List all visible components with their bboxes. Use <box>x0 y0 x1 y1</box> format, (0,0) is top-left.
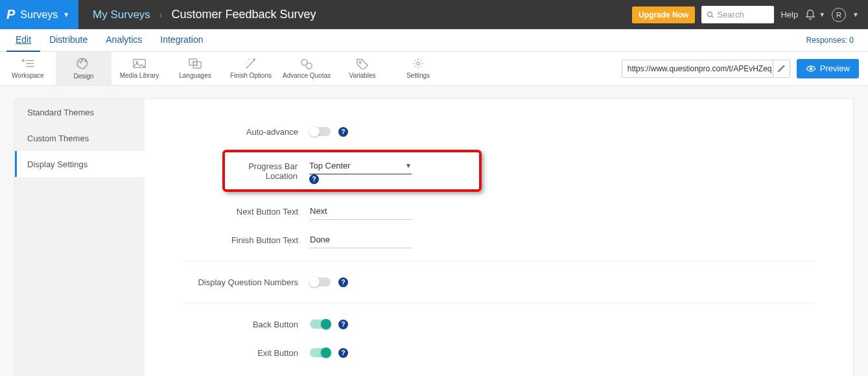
row-back-button: Back Button ? <box>183 310 814 338</box>
switch-back-button[interactable] <box>310 320 331 329</box>
preview-label: Preview <box>820 64 850 73</box>
svg-point-17 <box>359 62 361 64</box>
search-placeholder: Search <box>717 10 744 19</box>
avatar[interactable]: R <box>832 8 846 22</box>
sidebar-item-custom-themes[interactable]: Custom Themes <box>15 125 145 151</box>
help-link[interactable]: Help <box>780 10 798 19</box>
survey-url[interactable]: https://www.questionpro.com/t/APEvHZeq <box>622 64 773 73</box>
svg-line-1 <box>712 16 714 18</box>
tool-advance-quotas[interactable]: Advance Quotas <box>279 52 334 85</box>
breadcrumb: My Surveys › Customer Feedback Survey <box>78 8 316 21</box>
help-icon[interactable]: ? <box>338 348 348 358</box>
row-exit-url: URL <box>183 367 814 376</box>
logo-icon: P <box>6 7 15 22</box>
search-input[interactable]: Search <box>701 6 774 23</box>
chevron-down-icon: ▼ <box>405 162 412 169</box>
tab-distribute[interactable]: Distribute <box>40 29 97 52</box>
input-next-button-text[interactable] <box>310 203 412 220</box>
label-next-button-text: Next Button Text <box>183 207 310 217</box>
search-icon <box>707 11 714 19</box>
wand-icon <box>244 58 258 69</box>
gear-icon <box>411 58 425 69</box>
help-icon[interactable]: ? <box>338 127 348 137</box>
top-bar: P Surveys ▼ My Surveys › Customer Feedba… <box>0 0 868 29</box>
tool-finish-options[interactable]: Finish Options <box>223 52 279 85</box>
row-next-button-text: Next Button Text <box>183 197 814 226</box>
row-exit-button: Exit Button ? <box>183 338 814 367</box>
tool-workspace[interactable]: Workspace <box>0 52 56 85</box>
design-sidebar: Standard Themes Custom Themes Display Se… <box>15 99 145 376</box>
switch-auto-advance[interactable] <box>310 127 331 136</box>
input-exit-url[interactable] <box>310 373 452 376</box>
tool-label: Media Library <box>120 72 159 79</box>
breadcrumb-my-surveys[interactable]: My Surveys <box>93 8 150 21</box>
label-back-button: Back Button <box>183 320 310 329</box>
upgrade-button[interactable]: Upgrade Now <box>632 6 695 23</box>
tag-icon <box>355 58 369 69</box>
row-display-question-numbers: Display Question Numbers ? <box>183 268 814 296</box>
pencil-icon <box>777 64 786 73</box>
label-finish-button-text: Finish Button Text <box>183 235 310 245</box>
responses-count[interactable]: Responses: 0 <box>806 36 854 45</box>
sidebar-item-standard-themes[interactable]: Standard Themes <box>15 99 145 125</box>
svg-point-2 <box>22 60 24 62</box>
svg-text:A: A <box>196 63 199 67</box>
breadcrumb-survey-title: Customer Feedback Survey <box>172 8 316 21</box>
help-icon[interactable]: ? <box>309 174 319 184</box>
settings-panel: Standard Themes Custom Themes Display Se… <box>14 99 854 376</box>
product-menu[interactable]: P Surveys ▼ <box>0 0 78 29</box>
preview-button[interactable]: Preview <box>797 59 859 78</box>
svg-point-10 <box>136 62 138 64</box>
tab-analytics[interactable]: Analytics <box>97 29 151 52</box>
divider <box>183 303 814 303</box>
tool-label: Languages <box>179 72 211 79</box>
label-auto-advance: Auto-advance <box>183 127 310 137</box>
label-exit-button: Exit Button <box>183 348 310 358</box>
switch-display-question-numbers[interactable] <box>310 277 331 287</box>
label-display-question-numbers: Display Question Numbers <box>183 277 310 287</box>
tool-label: Settings <box>406 72 430 79</box>
chevron-down-icon: ▼ <box>63 11 69 18</box>
avatar-letter: R <box>836 11 841 19</box>
image-icon <box>132 58 147 69</box>
label-progress-bar-location: Progress Bar Location <box>225 161 309 181</box>
tool-languages[interactable]: 文A Languages <box>167 52 223 85</box>
chevron-down-icon: ▼ <box>852 11 859 18</box>
tool-label: Design <box>73 73 93 80</box>
toolbar: Workspace Design Media Library 文A Langua… <box>0 52 868 86</box>
select-value: Top Center <box>309 161 351 170</box>
toolbar-right: https://www.questionpro.com/t/APEvHZeq P… <box>622 52 868 85</box>
palette-icon <box>76 57 91 70</box>
tool-variables[interactable]: Variables <box>334 52 390 85</box>
svg-point-18 <box>417 62 420 65</box>
workspace-icon <box>21 58 35 69</box>
tab-edit[interactable]: Edit <box>6 29 40 52</box>
svg-point-7 <box>82 60 83 61</box>
product-menu-label: Surveys <box>20 9 58 21</box>
svg-point-19 <box>810 67 812 69</box>
divider <box>183 261 814 261</box>
eye-icon <box>806 65 816 73</box>
bell-icon <box>804 9 816 21</box>
quotas-icon <box>299 58 314 69</box>
tool-label: Finish Options <box>230 72 272 79</box>
chevron-right-icon: › <box>159 10 163 20</box>
tool-label: Workspace <box>12 72 44 79</box>
notifications-menu[interactable]: ▼ <box>804 9 825 21</box>
tool-design[interactable]: Design <box>56 52 111 85</box>
tool-media-library[interactable]: Media Library <box>111 52 167 85</box>
svg-text:文: 文 <box>191 60 195 64</box>
input-finish-button-text[interactable] <box>310 231 412 248</box>
switch-exit-button[interactable] <box>310 348 331 357</box>
help-icon[interactable]: ? <box>338 277 348 287</box>
sidebar-item-display-settings[interactable]: Display Settings <box>15 151 145 177</box>
tool-settings[interactable]: Settings <box>390 52 446 85</box>
row-auto-advance: Auto-advance ? <box>183 117 814 146</box>
edit-url-button[interactable] <box>773 60 790 77</box>
svg-point-0 <box>708 12 712 16</box>
tool-label: Variables <box>349 72 376 79</box>
tab-integration[interactable]: Integration <box>151 29 212 52</box>
help-icon[interactable]: ? <box>338 320 348 329</box>
select-progress-bar-location[interactable]: Top Center ▼ <box>309 158 412 174</box>
topbar-right: Upgrade Now Search Help ▼ R ▼ <box>632 6 868 23</box>
